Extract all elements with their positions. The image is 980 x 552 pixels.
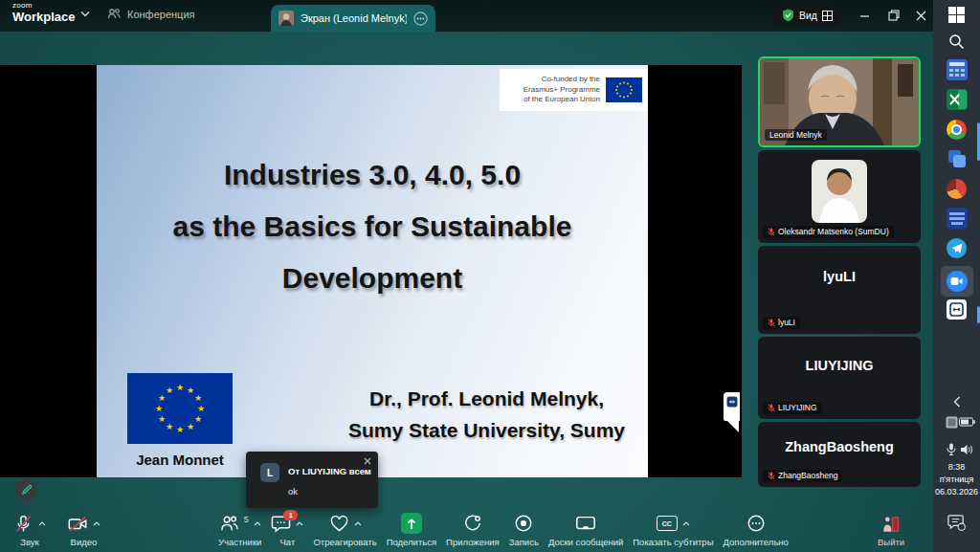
view-button[interactable]: Вид [775, 6, 839, 25]
tab-screen-share[interactable]: Экран (Leonid Melnyk) [271, 5, 435, 32]
windows-logo-icon [948, 7, 965, 23]
close-button[interactable] [908, 4, 933, 27]
svg-text:★: ★ [176, 383, 184, 392]
flag-caption: Jean Monnet [103, 452, 256, 468]
chevron-up-icon[interactable] [682, 521, 690, 526]
whiteboard-icon [575, 515, 596, 533]
captions-button[interactable]: CC Показать субтитры [633, 513, 713, 547]
tray-battery-indicator[interactable] [958, 415, 975, 429]
apps-button[interactable]: Приложения [446, 513, 500, 547]
audio-button[interactable]: Звук [13, 513, 46, 547]
tab-options-icon[interactable] [413, 11, 428, 26]
restore-button[interactable] [881, 4, 906, 27]
leave-label: Выйти [878, 537, 904, 547]
participant-tile-lyuli[interactable]: lyuLI lyuLI [758, 246, 921, 334]
tab-conference-label: Конференция [127, 9, 194, 20]
brand-zoom: zoom [12, 2, 76, 10]
close-icon[interactable] [364, 457, 371, 465]
participant-name-badge: Leonid Melnyk [765, 129, 827, 142]
share-screen-icon [401, 513, 422, 534]
minimize-button[interactable] [852, 4, 877, 27]
taskbar-teamviewer-app[interactable] [946, 298, 969, 320]
chat-unread-badge: 1 [283, 510, 298, 520]
tab-screen-label: Экран (Leonid Melnyk) [301, 12, 407, 24]
taskbar-search-button[interactable] [946, 30, 969, 53]
taskbar-clock[interactable]: 8:38 п'ятниця 06.03.2026 [933, 461, 980, 498]
participant-name: Oleksandr Matsenko (SumDU) [778, 228, 889, 236]
taskbar-zoom-app-active[interactable] [940, 265, 974, 298]
chevron-up-icon[interactable] [38, 521, 46, 526]
taskbar-telegram-app[interactable] [946, 236, 969, 259]
chat-button[interactable]: 1 Чат [271, 513, 303, 547]
presenter-line1: Dr., Prof. Leonid Melnyk, [331, 383, 642, 414]
chevron-down-icon[interactable] [80, 11, 90, 17]
svg-text:★: ★ [158, 414, 166, 424]
participant-name-badge: lyuLI [763, 317, 800, 329]
teamviewer-side-tab[interactable] [724, 392, 740, 421]
security-shield-icon[interactable] [782, 9, 794, 22]
tab-thumbnail [278, 11, 294, 26]
clock-date: 06.03.2026 [933, 486, 980, 498]
participants-button[interactable]: 5 Участники [218, 513, 261, 547]
cc-glyph: CC [662, 520, 672, 527]
participant-tile-liuyijing[interactable]: LIUYIJING LIUYIJING [758, 337, 921, 419]
layout-grid-icon [822, 11, 833, 21]
svg-text:★: ★ [197, 404, 205, 413]
apps-label: Приложения [446, 537, 500, 547]
tab-conference[interactable]: Конференция [107, 8, 194, 20]
captions-icon: CC [657, 516, 678, 531]
slide-title-line1: Industries 3.0, 4.0, 5.0 [97, 149, 648, 201]
taskbar-chrome-app[interactable] [946, 118, 969, 141]
record-button[interactable]: Запись [509, 513, 539, 547]
svg-text:★: ★ [155, 404, 163, 413]
titlebar: zoom Workplace Конференция Экран (Leonid… [0, 0, 933, 32]
taskbar-calculator-app[interactable] [946, 58, 969, 81]
participant-tile-leonid-melnyk[interactable]: Leonid Melnyk [758, 56, 921, 147]
teamviewer-icon [947, 299, 967, 320]
pencil-icon [21, 484, 33, 496]
participant-tile-oleksandr-matsenko[interactable]: Oleksandr Matsenko (SumDU) [758, 150, 921, 243]
svg-text:★: ★ [187, 386, 194, 395]
tray-speaker[interactable] [959, 442, 974, 457]
react-button[interactable]: Отреагировать [313, 513, 376, 547]
apps-icon [463, 514, 482, 533]
windows-taskbar: 8:38 п'ятниця 06.03.2026 [933, 0, 980, 552]
chevron-up-icon[interactable] [296, 521, 303, 526]
video-button[interactable]: Видео [67, 513, 100, 547]
boards-button[interactable]: Доски сообщений [548, 513, 623, 547]
view-label: Вид [799, 10, 817, 21]
people-icon [107, 8, 121, 20]
svg-text:★: ★ [176, 425, 184, 434]
muted-mic-icon [768, 228, 775, 236]
eu-badge-line2: Erasmus+ Programme [523, 85, 600, 96]
tray-language-indicator[interactable] [945, 415, 958, 429]
brand-workplace: Workplace [12, 11, 76, 23]
participant-tile-zhangbaosheng[interactable]: ZhangBaosheng ZhangBaosheng [758, 422, 921, 487]
chat-notification[interactable]: L От LIUYIJING всем ok [246, 452, 378, 508]
eu-badge-line1: Co-funded by the [523, 75, 600, 85]
taskbar-excel-app[interactable] [946, 88, 969, 111]
windows-start-button[interactable] [946, 3, 969, 26]
chevron-up-icon[interactable] [93, 521, 100, 526]
avatar-letter: L [267, 468, 273, 478]
tray-microphone[interactable] [945, 442, 958, 457]
eu-badge-line3: of the European Union [523, 95, 600, 105]
eu-flag-small [606, 77, 642, 102]
participant-name-badge: Oleksandr Matsenko (SumDU) [763, 226, 894, 238]
annotate-button[interactable] [15, 478, 37, 500]
toolbar-left-group: Звук Видео [13, 513, 100, 547]
battery-icon [959, 417, 975, 427]
chevron-left-icon [953, 396, 961, 408]
leave-button[interactable]: Выйти [878, 513, 904, 547]
share-button[interactable]: Поделиться [387, 513, 436, 547]
taskbar-keyboard-app[interactable] [946, 207, 969, 230]
taskbar-mail-app[interactable] [946, 147, 969, 170]
more-button[interactable]: Дополнительно [723, 513, 788, 547]
tray-expand-button[interactable] [946, 390, 969, 413]
chevron-up-icon[interactable] [254, 521, 261, 526]
notification-center-button[interactable] [946, 510, 969, 533]
chevron-up-icon[interactable] [354, 521, 362, 526]
participants-label: Участники [218, 537, 261, 547]
video-label: Видео [71, 537, 98, 547]
taskbar-browser-app[interactable] [946, 177, 969, 200]
